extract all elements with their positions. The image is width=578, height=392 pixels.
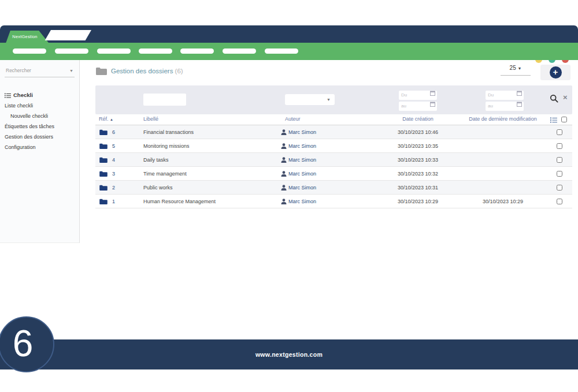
row-ref-link[interactable]: 2 [112,185,115,191]
folder-icon [96,67,107,75]
column-header-author[interactable]: Auteur [285,116,301,122]
row-label: Monitoring missions [143,143,190,149]
nav-pill[interactable] [97,48,131,54]
row-checkbox[interactable] [557,199,562,204]
row-created: 30/10/2023 10:29 [396,199,440,204]
list-view-icon[interactable] [550,117,557,123]
table-header-row: Réf. ▲ Libellé Auteur Date création Date… [95,114,572,125]
sidebar-item-configuration[interactable]: Configuration [5,142,75,152]
user-icon [281,185,287,191]
secondary-tab[interactable] [45,30,91,40]
nav-pill[interactable] [139,48,172,54]
user-icon [281,171,287,177]
table-row[interactable]: 5 Monitoring missions Marc Simon 30/10/2… [95,139,572,153]
row-author-link[interactable]: Marc Simon [288,129,316,135]
column-header-created[interactable]: Date création [396,116,440,122]
row-author-link[interactable]: Marc Simon [288,143,316,149]
search-icon[interactable] [550,94,558,103]
row-label: Human Resource Management [143,199,216,204]
table-row[interactable]: 3 Time management Marc Simon 30/10/2023 … [95,167,572,181]
created-from-input[interactable] [399,91,437,100]
author-filter-select[interactable]: ▼ [285,94,335,105]
sidebar-search-select[interactable]: Rechercher ▼ [5,66,75,77]
brand-label: NextGestion [12,34,40,39]
column-header-modified[interactable]: Date de dernière modification [464,116,542,122]
folders-table: ▼ [95,85,572,208]
row-ref-link[interactable]: 4 [112,157,115,163]
row-ref-link[interactable]: 3 [112,171,115,177]
row-checkbox[interactable] [557,143,562,149]
app-window: NextGestion Rechercher ▼ [0,0,578,392]
sidebar-item-checkli[interactable]: Checkli [5,90,75,100]
row-ref-link[interactable]: 6 [112,129,115,135]
select-all-checkbox[interactable] [561,117,567,122]
folder-icon [99,129,108,135]
folder-icon [99,157,108,163]
clear-filters-icon[interactable]: × [563,94,568,101]
table-row[interactable]: 2 Public works Marc Simon 30/10/2023 10:… [95,181,572,195]
row-checkbox[interactable] [557,129,562,135]
sidebar-item-nouvelle-checkli[interactable]: Nouvelle checkli [5,111,75,121]
main-menu-bar [0,43,578,60]
column-header-label[interactable]: Libellé [143,116,158,122]
table-row[interactable]: 1 Human Resource Management Marc Simon 3… [95,195,572,208]
row-label: Public works [143,185,173,191]
sidebar-item-liste-checkli[interactable]: Liste checkli [5,100,75,111]
brand-tab[interactable]: NextGestion [5,31,49,43]
user-icon [281,199,287,204]
table-filter-row: ▼ [95,85,572,114]
nav-pill[interactable] [180,48,214,54]
nav-pill[interactable] [55,48,88,54]
row-created: 30/10/2023 10:35 [396,143,440,149]
ref-header-label: Réf. [99,116,109,122]
modified-to-input[interactable] [486,102,524,111]
page-title-count: (6) [175,68,183,74]
user-icon [281,129,287,135]
created-from-field [399,88,437,98]
folder-icon [99,143,108,149]
sidebar-item-etiquettes[interactable]: Étiquettes des tâches [5,121,75,132]
row-author-link[interactable]: Marc Simon [288,157,316,163]
page-title: Gestion des dossiers (6) [111,68,183,74]
nav-pill[interactable] [223,48,256,54]
row-ref-link[interactable]: 5 [112,143,115,149]
row-created: 30/10/2023 10:46 [396,129,440,135]
user-icon [281,143,287,149]
checklist-icon [5,93,11,98]
chevron-down-icon: ▼ [327,98,331,102]
folder-icon [99,199,108,204]
created-to-field [399,99,437,109]
label-filter-input[interactable] [143,94,186,106]
row-checkbox[interactable] [557,157,562,163]
row-checkbox[interactable] [557,171,562,177]
page-number: 6 [13,325,34,362]
row-author-link[interactable]: Marc Simon [288,171,316,177]
row-checkbox[interactable] [557,185,562,191]
created-to-input[interactable] [399,102,437,111]
table-row[interactable]: 6 Financial transactions Marc Simon 30/1… [95,125,572,139]
row-created: 30/10/2023 10:31 [396,185,440,191]
nav-pill[interactable] [265,48,298,54]
footer-url[interactable]: www.nextgestion.com [0,351,578,358]
add-folder-button[interactable]: + [540,65,570,80]
page-number-badge: 6 [0,316,54,372]
nav-pill[interactable] [13,48,46,54]
row-label: Time management [143,171,187,177]
row-modified: 30/10/2023 10:29 [464,199,542,204]
row-label: Daily tasks [143,157,169,163]
footer-bar: www.nextgestion.com [0,339,578,369]
sidebar-nav: Checkli Liste checkli Nouvelle checkli É… [5,90,75,152]
sort-asc-icon: ▲ [110,118,113,121]
per-page-select[interactable]: 25 ▼ [501,65,531,76]
sidebar-item-gestion-dossiers[interactable]: Gestion des dossiers [5,132,75,142]
folder-icon [99,185,108,191]
row-author-link[interactable]: Marc Simon [288,185,316,191]
plus-icon: + [550,66,562,79]
modified-from-input[interactable] [486,91,524,100]
sidebar-search-placeholder: Rechercher [6,68,31,73]
user-icon [281,157,287,163]
table-row[interactable]: 4 Daily tasks Marc Simon 30/10/2023 10:3… [95,153,572,167]
column-header-ref[interactable]: Réf. ▲ [99,116,113,122]
row-ref-link[interactable]: 1 [112,199,115,204]
row-author-link[interactable]: Marc Simon [288,199,316,204]
